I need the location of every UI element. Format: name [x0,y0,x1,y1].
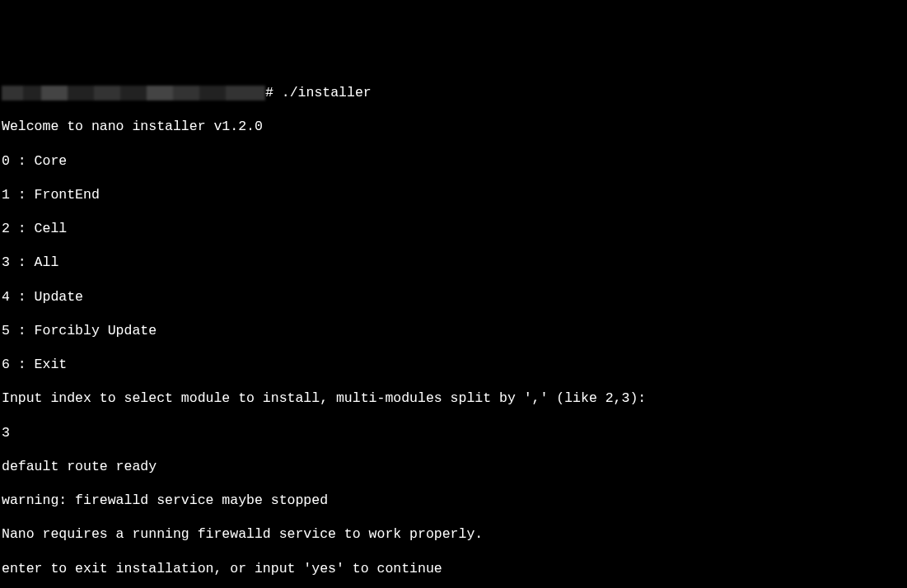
user-input: 3 [2,425,905,442]
menu-option: 5 : Forcibly Update [2,323,905,340]
output-line: default route ready [2,459,905,476]
menu-option: 3 : All [2,254,905,272]
entered-command: ./installer [282,85,372,100]
prompt-hash: # [265,85,274,100]
terminal-output[interactable]: # ./installer Welcome to nano installer … [0,68,907,589]
prompt-line: # ./installer [2,85,905,102]
input-prompt: Input index to select module to install,… [2,390,905,408]
menu-option: 6 : Exit [2,357,905,374]
menu-option: 1 : FrontEnd [2,187,905,204]
menu-option: 2 : Cell [2,221,905,238]
output-line: Welcome to nano installer v1.2.0 [2,119,905,136]
input-prompt: enter to exit installation, or input 'ye… [2,561,905,578]
menu-option: 4 : Update [2,289,905,306]
redacted-host [2,86,265,100]
output-line: Nano requires a running firewalld servic… [2,526,905,544]
warning-line: warning: firewalld service maybe stopped [2,492,905,510]
menu-option: 0 : Core [2,153,905,170]
